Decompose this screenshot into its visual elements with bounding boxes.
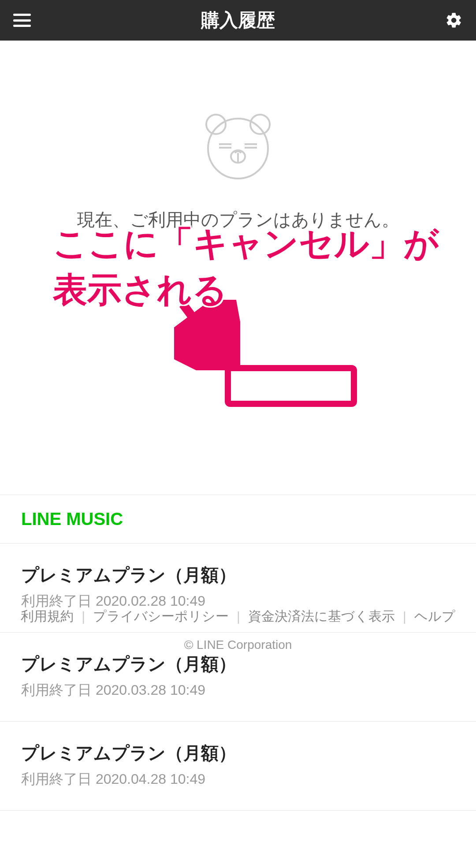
plan-name: プレミアムプラン（月額） [21, 741, 455, 765]
settings-icon[interactable] [445, 11, 463, 29]
plan-end-date: 利用終了日 2020.03.28 10:49 [21, 681, 455, 700]
app-header: 購入履歴 [0, 0, 476, 41]
plan-end-date: 利用終了日 2020.04.28 10:49 [21, 770, 455, 789]
svg-point-0 [208, 119, 268, 179]
separator: | [237, 609, 240, 624]
page-title: 購入履歴 [201, 8, 275, 33]
copyright: © LINE Corporation [0, 638, 476, 652]
empty-state: 現在、ご利用中のプランはありません。 [0, 41, 476, 232]
plan-name: プレミアムプラン（月額） [21, 652, 455, 676]
menu-icon[interactable] [13, 14, 31, 27]
footer: 利用規約 | プライバシーポリシー | 資金決済法に基づく表示 | ヘルプ © … [0, 607, 476, 652]
section-header: LINE MUSIC [0, 495, 476, 544]
plan-item[interactable]: プレミアムプラン（月額） 利用終了日 2020.04.28 10:49 [0, 722, 476, 811]
annotation-line-2: 表示される [53, 267, 439, 313]
footer-links: 利用規約 | プライバシーポリシー | 資金決済法に基づく表示 | ヘルプ [0, 607, 476, 626]
svg-point-1 [206, 115, 226, 134]
highlight-box [225, 365, 357, 407]
separator: | [82, 609, 85, 624]
footer-link-terms[interactable]: 利用規約 [13, 607, 82, 626]
annotation-line-1: ここに「キャンセル」が [53, 220, 439, 267]
footer-link-help[interactable]: ヘルプ [406, 607, 463, 626]
footer-link-privacy[interactable]: プライバシーポリシー [85, 607, 237, 626]
annotation-text: ここに「キャンセル」が 表示される [53, 220, 439, 313]
section-title: LINE MUSIC [21, 509, 455, 529]
separator: | [403, 609, 406, 624]
plan-name: プレミアムプラン（月額） [21, 563, 455, 587]
bear-icon [201, 109, 275, 183]
svg-point-2 [250, 115, 270, 134]
footer-link-funds[interactable]: 資金決済法に基づく表示 [240, 607, 403, 626]
